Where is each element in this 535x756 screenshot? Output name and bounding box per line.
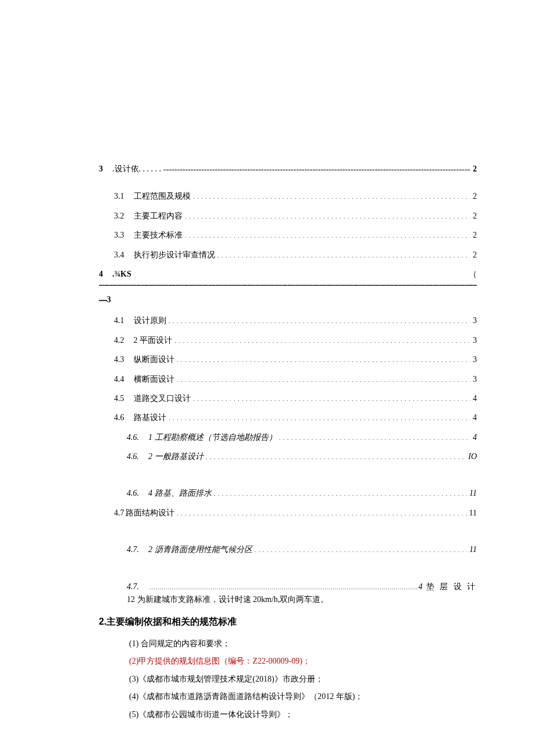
toc-page: 2 [473, 190, 477, 203]
list-item: (2)甲方提供的规划信息图（编号：Z22-00009-09)； [129, 655, 477, 668]
open-paren: （ [469, 268, 477, 281]
toc-4-6-2: 4.6. 2 一般路基设计 IO [99, 450, 477, 463]
toc-title: 2 平面设计 [134, 334, 173, 347]
toc-title: 4 路基、路面排水 [148, 487, 212, 500]
toc-num: 3.1 [114, 190, 124, 203]
toc-num: 4.3 [114, 353, 124, 366]
toc-4-2: 4.2 2 平面设计 3 [99, 334, 477, 347]
leader [169, 412, 471, 420]
toc-num: 4 [99, 268, 103, 281]
toc-num: 3 [99, 163, 103, 175]
toc-num: 3.3 [114, 229, 124, 242]
toc-3-4: 3.4 执行初步设计审查情况 2 [99, 249, 477, 261]
toc-section-3: 3 .设计依. . . . . . 2 [99, 163, 477, 175]
leader [177, 354, 471, 362]
leader [174, 335, 470, 343]
toc-num: 4.5 [114, 392, 124, 405]
toc-section-4: 4 .¾KS （ [99, 268, 477, 281]
leader-dash [163, 163, 470, 171]
list-item: (4)《成都市城市道路沥青路面道路结构设计导则》（2012 年版)； [129, 690, 477, 703]
toc-page: 4 [419, 581, 423, 593]
leader [206, 451, 466, 459]
leader [193, 191, 471, 199]
section-4-cont: ••••••3 [99, 293, 477, 306]
toc-num: 4.7. [127, 581, 139, 593]
toc-title: 主要工程内容 [134, 210, 183, 223]
toc-page: 3 [473, 373, 477, 386]
toc-4-6: 4.6 路基设计 4 [99, 411, 477, 424]
toc-4-3: 4.3 纵断面设计 3 [99, 353, 477, 366]
toc-page: 2 [473, 249, 477, 261]
toc-page: 3 [107, 295, 111, 304]
toc-title: .设计依. . . . . . [112, 163, 161, 175]
leader [255, 544, 468, 552]
toc-num: 4.7. [127, 543, 139, 556]
list-item: (3)《成都市城市规划管理技术规定(2018)》市政分册； [129, 673, 477, 686]
leader [279, 432, 471, 440]
toc-title: 2 沥青路面使用性能气候分区 [148, 543, 252, 556]
toc-num: 4.7 [114, 507, 124, 519]
list-item: (1) 合同规定的内容和要求； [129, 637, 477, 650]
toc-page: 11 [469, 487, 477, 500]
toc-page: 4 [473, 431, 477, 444]
toc-num: 4.6 [114, 411, 124, 424]
toc-page: 3 [473, 314, 477, 327]
toc-page: 4 [473, 392, 477, 405]
toc-4-4: 4.4 横断面设计 3 [99, 373, 477, 386]
dense-dots: •••••• [99, 298, 107, 303]
toc-page: 3 [473, 353, 477, 366]
toc-title: 2 一般路基设计 [148, 450, 204, 463]
toc-num: 4.6. [127, 431, 139, 444]
toc-4-7: 4.7 路面结构设计 11 [99, 507, 477, 519]
toc-title: 执行初步设计审查情况 [134, 249, 215, 261]
toc-title: 设计原则 [134, 314, 166, 327]
toc-3-1: 3.1 工程范围及规模 2 [99, 190, 477, 203]
toc-page: 2 [473, 229, 477, 242]
toc-title: 路基设计 [134, 411, 166, 424]
toc-title: 1 工程勘察概述（节选自地勘报告） [148, 431, 277, 444]
toc-4-7-2: 4.7. 2 沥青路面使用性能气候分区 11 [99, 543, 477, 556]
toc-3-2: 3.2 主要工程内容 2 [99, 210, 477, 223]
toc-4-6-4: 4.6. 4 路基、路面排水 11 [99, 487, 477, 500]
toc-title: 纵断面设计 [134, 353, 174, 366]
leader-thin [149, 581, 418, 589]
leader [177, 374, 471, 382]
toc-num: 3.2 [114, 210, 124, 223]
toc-num: 4.1 [114, 314, 124, 327]
leader [185, 210, 471, 218]
toc-tail-text: 垫 层 设 计 [426, 581, 477, 593]
toc-page: 11 [469, 543, 477, 556]
toc-title: 道路交叉口设计 [134, 392, 191, 405]
leader [217, 249, 471, 257]
toc-num: 4.4 [114, 373, 124, 386]
body-line-12: 12 为新建城市支路标准，设计时速 20km/h,双向两车道。 [99, 593, 477, 606]
toc-4-7-4: 4.7. 4 垫 层 设 计 [99, 581, 477, 593]
toc-4-5: 4.5 道路交叉口设计 4 [99, 392, 477, 405]
toc-page: 4 [473, 411, 477, 424]
toc-page: 3 [473, 334, 477, 347]
toc-4-1: 4.1 设计原则 3 [99, 314, 477, 327]
section-heading-2: 2.主要编制依据和相关的规范标准 [99, 614, 477, 629]
toc-page: 2 [473, 163, 477, 175]
toc-page: 2 [473, 210, 477, 223]
toc-title: .¾KS [112, 268, 131, 281]
toc-page: 11 [469, 507, 477, 519]
toc-3-3: 3.3 主要技术标准 2 [99, 229, 477, 242]
basis-list: (1) 合同规定的内容和要求； (2)甲方提供的规划信息图（编号：Z22-000… [99, 637, 477, 721]
toc-title: 主要技术标准 [134, 229, 183, 242]
toc-title: 路面结构设计 [126, 507, 174, 519]
toc-4-6-1: 4.6. 1 工程勘察概述（节选自地勘报告） 4 [99, 431, 477, 444]
toc-num: 3.4 [114, 249, 124, 261]
toc-page: IO [468, 450, 477, 463]
dense-leader-line: ••••••••••••••••••••••••••••••••••••••••… [99, 283, 477, 289]
toc-num: 4.6. [127, 487, 139, 500]
toc-title: 横断面设计 [134, 373, 174, 386]
leader [193, 393, 471, 401]
toc-num: 4.2 [114, 334, 124, 347]
leader [185, 230, 471, 238]
toc-title: 工程范围及规模 [134, 190, 191, 203]
leader [177, 507, 467, 515]
list-item: (5)《成都市公园城市街道一体化设计导则》； [129, 708, 477, 721]
toc-num: 4.6. [127, 450, 139, 463]
leader [214, 488, 468, 496]
